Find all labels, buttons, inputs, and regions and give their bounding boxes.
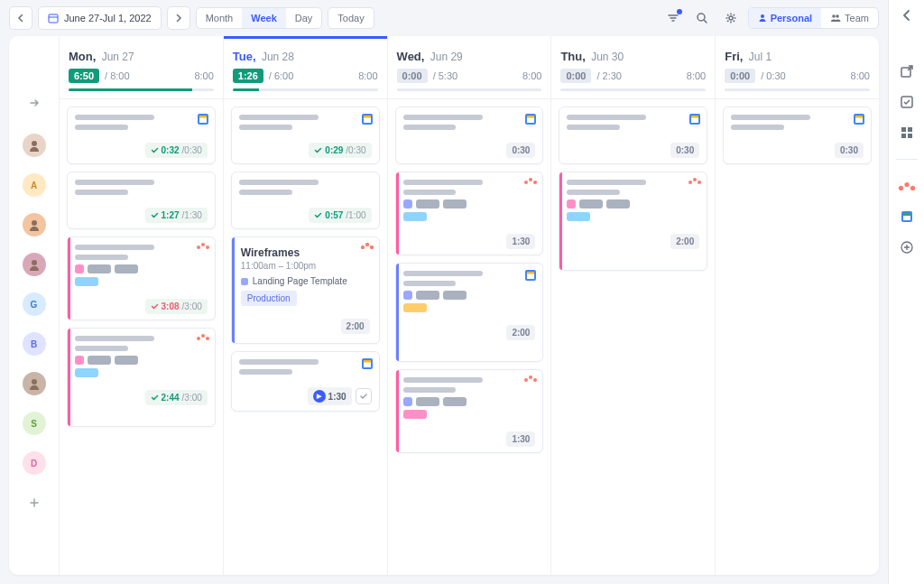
tracked-badge: 0:00 [725, 69, 755, 83]
svg-point-2 [729, 16, 733, 20]
time-chip: 1:27/1:30 [145, 208, 208, 223]
task-card[interactable]: 0:30 [395, 107, 544, 164]
day-date: Jun 29 [430, 51, 463, 63]
scope-team[interactable]: Team [821, 8, 878, 28]
app-rail [888, 0, 924, 584]
asana-icon [688, 178, 701, 190]
back-arrow-icon[interactable] [899, 7, 915, 23]
day-header: Fri, Jul 1 0:00 / 0:30 8:00 [716, 36, 879, 99]
new-window-icon[interactable] [899, 63, 915, 79]
collapse-rail-icon[interactable] [25, 94, 43, 112]
member-avatar[interactable] [23, 213, 46, 236]
planned-label: / 6:00 [269, 70, 294, 81]
card-tags [403, 397, 536, 406]
task-card[interactable]: 0:30 [559, 107, 707, 164]
planned-label: / 2:30 [596, 70, 622, 81]
task-card[interactable]: 0:57/1:00 [231, 171, 380, 229]
card-tags [403, 291, 536, 300]
search-icon[interactable] [690, 6, 714, 30]
svg-point-7 [32, 220, 37, 226]
planned-label: / 0:30 [761, 70, 786, 81]
nav-prev-button[interactable] [9, 6, 32, 30]
task-card[interactable]: 2:44/3:00 [67, 328, 216, 427]
task-card[interactable]: 2:00 [395, 263, 544, 362]
svg-rect-36 [908, 134, 912, 138]
filter-icon[interactable] [661, 6, 685, 30]
card-tags [75, 356, 208, 365]
asana-icon [197, 243, 209, 255]
time-chip: 0:30 [670, 143, 699, 158]
progress-bar [725, 88, 870, 91]
day-column: Mon, Jun 27 6:50 / 8:00 8:00 0:32/0:301:… [60, 36, 224, 575]
task-card[interactable]: 2:00 [559, 171, 707, 271]
checkbox-icon[interactable] [899, 94, 915, 110]
task-card[interactable]: 0:32/0:30 [67, 107, 216, 164]
asana-icon [197, 334, 209, 347]
day-of-week: Mon, [69, 50, 96, 63]
time-chip: 0:30 [506, 143, 535, 158]
time-chip: 2:00 [341, 319, 370, 334]
progress-bar [560, 88, 706, 91]
task-card-detailed[interactable]: Wireframes11:00am – 1:00pmLanding Page T… [231, 236, 380, 344]
task-card[interactable]: 1:30 [395, 369, 544, 453]
task-card[interactable]: 0:29/0:30 [231, 107, 380, 164]
google-calendar-icon [524, 113, 537, 125]
view-day[interactable]: Day [286, 8, 322, 28]
member-avatar[interactable]: S [23, 412, 46, 435]
google-calendar-icon [688, 113, 701, 125]
task-card[interactable]: 1:30 [395, 171, 544, 255]
day-of-week: Thu, [560, 50, 585, 63]
member-avatar[interactable]: A [23, 173, 46, 197]
card-tags [75, 264, 208, 273]
add-member-button[interactable] [23, 491, 46, 514]
member-avatar[interactable]: B [23, 332, 46, 356]
member-avatar[interactable]: D [23, 451, 46, 475]
task-card[interactable]: 3:08/3:00 [67, 236, 216, 320]
svg-point-9 [32, 379, 37, 385]
view-week[interactable]: Week [242, 8, 286, 28]
capacity-label: 8:00 [358, 70, 377, 81]
date-range-picker[interactable]: June 27-Jul 1, 2022 [38, 6, 162, 30]
complete-checkbox[interactable] [356, 388, 372, 404]
asana-icon[interactable] [899, 178, 915, 194]
card-list: 0:301:302:001:30 [388, 99, 551, 460]
time-chip: 0:30 [835, 143, 864, 158]
svg-rect-39 [903, 213, 910, 216]
capacity-label: 8:00 [194, 70, 213, 81]
task-card[interactable]: 0:30 [723, 107, 872, 164]
day-date: Jun 28 [262, 51, 294, 63]
gear-icon[interactable] [719, 6, 743, 30]
svg-rect-34 [908, 127, 912, 132]
member-avatar[interactable] [23, 134, 46, 157]
card-list: 0:29/0:300:57/1:00Wireframes11:00am – 1:… [224, 99, 387, 419]
grid-icon[interactable] [899, 125, 915, 141]
today-button[interactable]: Today [328, 7, 374, 29]
day-date: Jul 1 [749, 51, 772, 63]
time-chip: 0:57/1:00 [309, 208, 371, 223]
svg-rect-21 [527, 116, 534, 118]
play-chip[interactable]: ▶1:30 [308, 387, 352, 405]
play-icon: ▶ [313, 390, 326, 403]
card-label: Production [241, 291, 297, 306]
day-header: Wed, Jun 29 0:00 / 5:30 8:00 [388, 36, 551, 99]
task-card[interactable]: 1:27/1:30 [67, 171, 216, 229]
google-calendar-icon[interactable] [899, 209, 915, 225]
view-month[interactable]: Month [197, 8, 243, 28]
card-list: 0:30 [716, 99, 879, 171]
time-chip: 2:44/3:00 [145, 390, 208, 405]
nav-next-button[interactable] [167, 6, 190, 30]
day-column: Wed, Jun 29 0:00 / 5:30 8:00 0:301:302:0… [388, 36, 552, 575]
scope-personal[interactable]: Personal [749, 8, 821, 28]
toolbar: June 27-Jul 1, 2022 Month Week Day Today [0, 0, 888, 36]
member-avatar[interactable] [23, 253, 46, 276]
add-integration-icon[interactable] [899, 239, 915, 255]
day-date: Jun 27 [102, 51, 134, 63]
task-card[interactable]: ▶1:30 [231, 351, 380, 412]
member-avatar[interactable] [23, 372, 46, 395]
card-tags [403, 199, 536, 209]
google-calendar-icon [524, 269, 537, 282]
card-tags [567, 199, 699, 209]
svg-point-4 [832, 14, 836, 18]
day-of-week: Fri, [725, 50, 743, 63]
member-avatar[interactable]: G [23, 292, 46, 316]
